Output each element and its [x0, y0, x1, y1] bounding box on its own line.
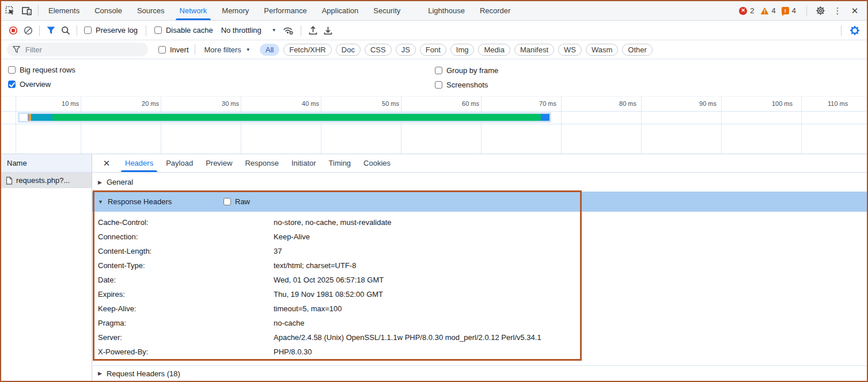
filter-pill-fetch-xhr[interactable]: Fetch/XHR: [283, 44, 332, 56]
timeline-tick: 80 ms: [585, 100, 636, 107]
clear-icon: [24, 26, 33, 35]
preserve-log-checkbox[interactable]: Preserve log: [84, 26, 138, 35]
tab-security[interactable]: Security: [366, 1, 408, 20]
filter-pill-wasm[interactable]: Wasm: [586, 44, 618, 56]
filter-pill-doc[interactable]: Doc: [336, 44, 361, 56]
tab-application[interactable]: Application: [314, 1, 366, 20]
filter-pill-manifest[interactable]: Manifest: [514, 44, 554, 56]
divider: [841, 25, 842, 36]
close-details-button[interactable]: ✕: [99, 154, 114, 172]
filter-pill-ws[interactable]: WS: [558, 44, 582, 56]
issue-count: 4: [792, 6, 796, 15]
screenshots-label: Screenshots: [446, 81, 488, 89]
details-tabbar: ✕ Headers Payload Preview Response Initi…: [92, 154, 867, 173]
search-button[interactable]: [58, 23, 73, 38]
request-headers-section-toggle[interactable]: ▶ Request Headers (18): [92, 365, 867, 381]
tab-memory[interactable]: Memory: [214, 1, 256, 20]
tab-sources[interactable]: Sources: [130, 1, 172, 20]
clear-network-log-button[interactable]: [21, 23, 36, 38]
gear-icon-blue: [850, 25, 860, 36]
filter-toggle-button[interactable]: [43, 23, 58, 38]
details-tab-timing[interactable]: Timing: [323, 154, 358, 172]
timeline-tick: 50 ms: [347, 100, 399, 107]
network-settings-button[interactable]: [847, 23, 862, 38]
tab-console[interactable]: Console: [87, 1, 130, 20]
toggle-device-toolbar-button[interactable]: [18, 1, 36, 20]
throttling-dropdown[interactable]: No throttling ▼: [221, 26, 276, 35]
big-request-rows-checkbox[interactable]: Big request rows: [8, 66, 75, 74]
more-filters-dropdown[interactable]: More filters ▼: [204, 45, 251, 54]
request-type-filters: All Fetch/XHR Doc CSS JS Font Img Media …: [260, 44, 653, 56]
filter-pill-js[interactable]: JS: [396, 44, 416, 56]
tab-lighthouse[interactable]: Lighthouse: [420, 1, 472, 20]
divider: [301, 25, 301, 36]
details-tab-preview[interactable]: Preview: [199, 154, 238, 172]
record-network-log-button[interactable]: [6, 23, 21, 38]
raw-checkbox[interactable]: Raw: [223, 197, 250, 206]
filter-pill-font[interactable]: Font: [420, 44, 446, 56]
details-tab-response[interactable]: Response: [238, 154, 285, 172]
tabbar-right-controls: ✕ 2 4 ! 4: [739, 1, 867, 20]
checkbox-unchecked: [435, 67, 442, 74]
filter-pill-img[interactable]: Img: [450, 44, 475, 56]
network-overview-timeline[interactable]: 10 ms 20 ms 30 ms 40 ms 50 ms 60 ms 70 m…: [1, 96, 867, 154]
tab-elements[interactable]: Elements: [41, 1, 87, 20]
more-options-button[interactable]: ⋮: [829, 6, 846, 16]
network-conditions-button[interactable]: [281, 23, 296, 38]
timeline-tick: 90 ms: [665, 100, 717, 107]
filter-pill-other[interactable]: Other: [622, 44, 653, 56]
panel-tabs: Elements Console Sources Network Memory …: [41, 1, 518, 20]
disable-cache-checkbox[interactable]: Disable cache: [154, 26, 213, 35]
inspect-element-button[interactable]: [1, 1, 18, 20]
name-header-label: Name: [7, 159, 27, 167]
header-value: no-cache: [274, 319, 867, 327]
request-headers-label: Request Headers (18): [107, 369, 180, 378]
details-tab-cookies[interactable]: Cookies: [357, 154, 397, 172]
filter-pill-css[interactable]: CSS: [365, 44, 392, 56]
network-main-area: Name requests.php?... ✕ Headers Payload: [1, 154, 867, 381]
screenshots-checkbox[interactable]: Screenshots: [435, 81, 488, 89]
filter-input[interactable]: [24, 45, 130, 55]
request-row-selected[interactable]: requests.php?...: [1, 173, 92, 188]
error-count: 2: [750, 6, 754, 15]
settings-button[interactable]: [812, 6, 829, 16]
overview-label: Overview: [20, 80, 51, 89]
details-tab-headers[interactable]: Headers: [119, 154, 160, 172]
general-section-toggle[interactable]: ▶ General: [92, 173, 867, 192]
warning-badge[interactable]: 4: [760, 6, 776, 15]
header-name: Date:: [92, 276, 274, 284]
header-value: Apache/2.4.58 (Unix) OpenSSL/1.1.1w PHP/…: [274, 333, 867, 342]
export-har-button[interactable]: [321, 23, 336, 38]
tab-performance[interactable]: Performance: [256, 1, 314, 20]
triangle-down-icon: ▼: [98, 199, 103, 205]
details-tab-initiator[interactable]: Initiator: [285, 154, 323, 172]
filter-input-pill[interactable]: [7, 43, 148, 56]
header-value: no-store, no-cache, must-revalidate: [274, 218, 867, 227]
bar-segment-green: [52, 114, 541, 121]
group-by-frame-checkbox[interactable]: Group by frame: [435, 66, 498, 75]
issues-badge[interactable]: ! 4: [782, 6, 796, 15]
request-timing-bar[interactable]: [20, 114, 549, 121]
overview-checkbox[interactable]: Overview: [8, 80, 51, 89]
triangle-right-icon: ▶: [98, 179, 102, 185]
header-value: Wed, 01 Oct 2025 06:57:18 GMT: [274, 276, 867, 284]
invert-checkbox[interactable]: Invert: [158, 45, 189, 54]
close-devtools-button[interactable]: ✕: [846, 6, 863, 16]
devtools-window: Elements Console Sources Network Memory …: [0, 0, 868, 382]
details-tab-payload[interactable]: Payload: [160, 154, 199, 172]
name-column-header[interactable]: Name: [1, 154, 92, 173]
filter-pill-all[interactable]: All: [260, 44, 279, 56]
tab-recorder[interactable]: Recorder: [472, 1, 518, 20]
checkbox-unchecked: [158, 46, 166, 54]
request-details-panel: ✕ Headers Payload Preview Response Initi…: [92, 154, 867, 381]
filter-pill-media[interactable]: Media: [478, 44, 510, 56]
tab-network[interactable]: Network: [172, 1, 215, 20]
divider: [195, 44, 195, 55]
header-name: Pragma:: [92, 319, 274, 327]
warning-icon: [760, 7, 769, 15]
error-badge[interactable]: ✕ 2: [739, 6, 754, 15]
import-har-button[interactable]: [306, 23, 321, 38]
response-headers-section-toggle[interactable]: ▼ Response Headers Raw: [92, 192, 867, 212]
header-name: Cache-Control:: [92, 218, 274, 227]
bar-segment-blue-tip: [541, 114, 549, 121]
